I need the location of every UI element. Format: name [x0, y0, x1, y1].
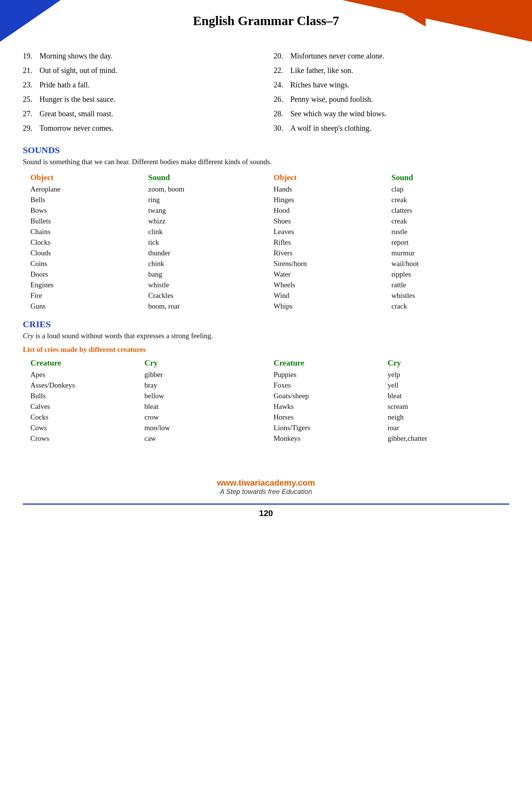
- table-row: Hinges: [266, 195, 388, 205]
- list-item: 21.Out of sight, out of mind.: [23, 64, 258, 77]
- list-item: 24.Riches have wings.: [274, 78, 509, 91]
- table-row: crow: [144, 412, 266, 423]
- table-row: Wind: [266, 290, 388, 301]
- table-row: moo/low: [144, 423, 266, 433]
- list-item: 29.Tomorrow never comes.: [23, 122, 258, 135]
- proverb-num: 27.: [23, 107, 36, 120]
- proverb-num: 28.: [274, 107, 287, 120]
- proverb-num: 26.: [274, 93, 287, 106]
- proverb-num: 21.: [23, 64, 36, 77]
- table-row: Bullets: [23, 216, 144, 226]
- proverb-num: 22.: [274, 64, 287, 77]
- list-item: 20.Misfortunes never come alone.: [274, 49, 509, 62]
- table-row: Hood: [266, 205, 388, 216]
- proverb-num: 25.: [23, 93, 36, 106]
- table-row: gibber,chatter: [388, 433, 509, 444]
- table-row: Calves: [23, 401, 144, 412]
- list-item: 23.Pride hath a fall.: [23, 78, 258, 91]
- table-row: rattle: [388, 280, 509, 290]
- table-row: bellow: [144, 391, 266, 401]
- table-row: Whips: [266, 301, 388, 312]
- table-row: caw: [144, 433, 266, 444]
- sounds-table: ObjectSoundObjectSoundAeroplanezoom, boo…: [23, 171, 509, 312]
- footer-tagline: A Step towards free Education: [23, 488, 509, 496]
- header: English Grammar Class–7: [0, 0, 532, 42]
- table-row: Hawks: [266, 401, 388, 412]
- table-row: Sirens/horn: [266, 258, 388, 269]
- proverb-text: Hunger is the best sauce.: [40, 93, 115, 106]
- table-column-header: Cry: [388, 357, 509, 369]
- orange-triangle-right: [342, 0, 532, 42]
- cries-list-label: List of cries made by different creature…: [23, 345, 509, 354]
- table-column-header: Sound: [144, 171, 266, 184]
- cry-word: Cry: [23, 332, 34, 340]
- table-row: yell: [388, 380, 509, 391]
- cries-intro: Cry is a loud sound without words that e…: [23, 332, 509, 340]
- cries-intro-text: is a loud sound without words that expre…: [34, 332, 213, 340]
- table-row: boom, roar: [144, 301, 266, 312]
- table-row: scream: [388, 401, 509, 412]
- table-row: thunder: [144, 248, 266, 258]
- proverb-text: Pride hath a fall.: [40, 78, 90, 91]
- sounds-section: SOUNDS Sound is something that we can he…: [23, 145, 509, 312]
- table-row: Fire: [23, 290, 144, 301]
- proverb-num: 23.: [23, 78, 36, 91]
- table-row: bang: [144, 269, 266, 280]
- proverb-num: 19.: [23, 49, 36, 62]
- table-row: chink: [144, 258, 266, 269]
- table-column-header: Creature: [266, 357, 388, 369]
- table-row: creak: [388, 195, 509, 205]
- cries-table: CreatureCryCreatureCryApesgibberPuppiesy…: [23, 357, 509, 444]
- table-column-header: Sound: [388, 171, 509, 184]
- proverb-num: 29.: [23, 122, 36, 135]
- table-row: Lions/Tigers: [266, 423, 388, 433]
- table-row: ring: [144, 195, 266, 205]
- proverb-text: Like father, like son.: [290, 64, 353, 77]
- table-row: murmur: [388, 248, 509, 258]
- table-row: Bells: [23, 195, 144, 205]
- table-row: Puppies: [266, 369, 388, 380]
- table-row: Bows: [23, 205, 144, 216]
- table-row: whizz: [144, 216, 266, 226]
- table-row: Goats/sheep: [266, 391, 388, 401]
- table-column-header: Object: [266, 171, 388, 184]
- sounds-intro: Sound is something that we can hear. Dif…: [23, 158, 509, 166]
- table-row: Engines: [23, 280, 144, 290]
- table-row: clink: [144, 226, 266, 237]
- proverb-text: Tomorrow never comes.: [40, 122, 114, 135]
- orange-triangle-mid: [380, 0, 426, 27]
- proverb-text: Out of sight, out of mind.: [40, 64, 117, 77]
- table-row: bray: [144, 380, 266, 391]
- proverb-num: 30.: [274, 122, 287, 135]
- list-item: 19.Morning shows the day.: [23, 49, 258, 62]
- footer-url: www.tiwariacademy.com: [23, 478, 509, 488]
- table-column-header: Object: [23, 171, 144, 184]
- table-row: Chains: [23, 226, 144, 237]
- table-column-header: Cry: [144, 357, 266, 369]
- table-row: gibber: [144, 369, 266, 380]
- proverb-text: Riches have wings.: [290, 78, 349, 91]
- proverb-num: 24.: [274, 78, 287, 91]
- table-row: whistle: [144, 280, 266, 290]
- table-row: Clouds: [23, 248, 144, 258]
- cries-section: CRIES Cry is a loud sound without words …: [23, 319, 509, 444]
- table-row: neigh: [388, 412, 509, 423]
- table-row: Aeroplane: [23, 184, 144, 195]
- proverb-num: 20.: [274, 49, 287, 62]
- table-row: Apes: [23, 369, 144, 380]
- table-row: rustle: [388, 226, 509, 237]
- page-title: English Grammar Class–7: [193, 14, 339, 28]
- proverbs-section: 19.Morning shows the day.20.Misfortunes …: [23, 49, 509, 135]
- table-row: Shoes: [266, 216, 388, 226]
- table-row: creak: [388, 216, 509, 226]
- proverb-text: Misfortunes never come alone.: [290, 49, 385, 62]
- table-row: Clocks: [23, 237, 144, 248]
- list-item: 26.Penny wise, pound foolish.: [274, 93, 509, 106]
- table-row: Guns: [23, 301, 144, 312]
- table-row: Rifles: [266, 237, 388, 248]
- proverb-text: Penny wise, pound foolish.: [290, 93, 373, 106]
- table-row: Coins: [23, 258, 144, 269]
- table-row: Foxes: [266, 380, 388, 391]
- table-row: Cows: [23, 423, 144, 433]
- table-row: Rivers: [266, 248, 388, 258]
